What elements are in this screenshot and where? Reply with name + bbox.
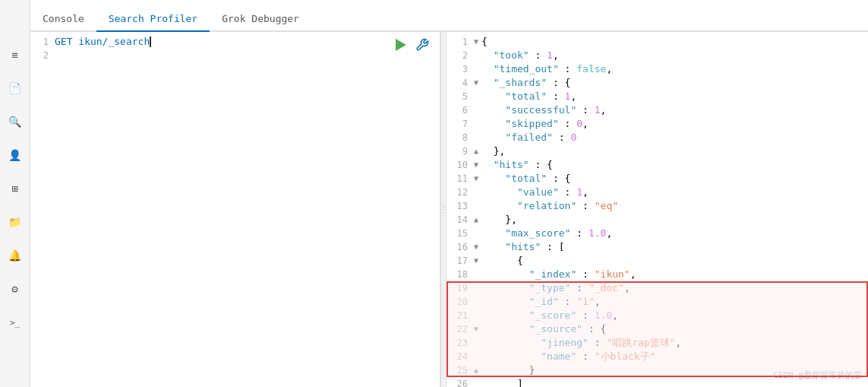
sidebar-bell-icon[interactable]: 🔔 xyxy=(6,246,24,265)
response-line-content: "skipped" : 0, xyxy=(481,117,868,131)
response-line: 10▼ "hits" : { xyxy=(447,158,868,172)
response-line-number: 15 xyxy=(447,227,471,240)
response-line-number: 25 xyxy=(447,363,471,377)
fold-indicator[interactable]: ▼ xyxy=(471,322,481,336)
resize-handle[interactable]: ⋮ xyxy=(440,32,447,387)
response-code: 1▼{2 "took" : 1,3 "timed_out" : false,4▼… xyxy=(447,32,868,387)
response-line-number: 2 xyxy=(447,49,471,62)
response-line-number: 4 xyxy=(447,76,471,90)
response-line-content: }, xyxy=(481,213,868,227)
response-line-content: }, xyxy=(481,144,868,158)
response-line: 23 "jineng" : "唱跳rap篮球", xyxy=(447,336,868,350)
tab-grok-debugger[interactable]: Grok Debugger xyxy=(210,7,311,32)
main-content: Console Search Profiler Grok Debugger 1 xyxy=(30,0,868,387)
response-line: 19 "_type" : "_doc", xyxy=(447,281,868,295)
response-line-number: 8 xyxy=(447,131,471,144)
response-line: 20 "_id" : "1", xyxy=(447,295,868,309)
response-line: 16▼ "hits" : [ xyxy=(447,240,868,254)
line-num-2: 2 xyxy=(30,49,55,62)
text-cursor xyxy=(150,36,151,47)
sidebar-terminal-icon[interactable]: >_ xyxy=(6,313,24,331)
response-line-content: { xyxy=(481,35,868,49)
fold-indicator[interactable]: ▼ xyxy=(471,76,481,90)
response-line: 15 "max_score" : 1.0, xyxy=(447,227,868,240)
response-line-content: "hits" : [ xyxy=(481,240,868,254)
response-line: 13 "relation" : "eq" xyxy=(447,199,868,213)
run-button[interactable] xyxy=(394,37,408,52)
response-line-number: 23 xyxy=(447,336,471,350)
response-panel: 1▼{2 "took" : 1,3 "timed_out" : false,4▼… xyxy=(447,32,868,387)
response-line-number: 13 xyxy=(447,199,471,213)
response-line-number: 14 xyxy=(447,213,471,227)
response-line-number: 22 xyxy=(447,322,471,336)
response-line-number: 7 xyxy=(447,117,471,131)
response-line-content: "_id" : "1", xyxy=(481,295,868,309)
fold-indicator[interactable]: ▲ xyxy=(471,213,481,227)
response-line-number: 1 xyxy=(447,35,471,49)
response-line-content: "jineng" : "唱跳rap篮球", xyxy=(481,336,868,350)
fold-indicator[interactable]: ▲ xyxy=(471,144,481,158)
response-line-content: "_source" : { xyxy=(481,322,868,336)
response-line: 6 "successful" : 1, xyxy=(447,103,868,117)
response-line-number: 16 xyxy=(447,240,471,254)
fold-indicator[interactable]: ▼ xyxy=(471,35,481,49)
response-line-content: "total" : { xyxy=(481,172,868,186)
fold-indicator[interactable]: ▼ xyxy=(471,240,481,254)
response-line-number: 12 xyxy=(447,186,471,199)
query-panel: 1 GET ikun/_search 2 xyxy=(30,32,440,387)
fold-indicator[interactable]: ▼ xyxy=(471,254,481,268)
query-line-1: 1 GET ikun/_search xyxy=(30,35,440,49)
response-line-content: "hits" : { xyxy=(481,158,868,172)
tab-search-profiler[interactable]: Search Profiler xyxy=(96,7,210,32)
fold-indicator[interactable]: ▲ xyxy=(471,363,481,377)
response-line: 8 "failed" : 0 xyxy=(447,131,868,144)
response-line-content: "timed_out" : false, xyxy=(481,62,868,76)
response-line-number: 6 xyxy=(447,103,471,117)
response-line: 5 "total" : 1, xyxy=(447,90,868,103)
response-line: 11▼ "total" : { xyxy=(447,172,868,186)
fold-indicator[interactable]: ▼ xyxy=(471,158,481,172)
watermark: CSDN @爱穿背带裤的霖 xyxy=(773,370,862,381)
response-line-number: 10 xyxy=(447,158,471,172)
sidebar-person-icon[interactable]: 👤 xyxy=(6,146,24,164)
response-line: 17▼ { xyxy=(447,254,868,268)
response-line-content: "name" : "小black子" xyxy=(481,350,868,363)
response-line-content: "successful" : 1, xyxy=(481,103,868,117)
response-line-content: "_index" : "ikun", xyxy=(481,268,868,281)
response-line: 9▲ }, xyxy=(447,144,868,158)
sidebar-file-icon[interactable]: 📄 xyxy=(6,79,24,97)
sidebar-grid-icon[interactable]: ⊞ xyxy=(6,179,24,198)
query-toolbar xyxy=(394,36,431,53)
sidebar-search-icon[interactable]: 🔍 xyxy=(6,113,24,131)
code-editor[interactable]: 1 GET ikun/_search 2 xyxy=(30,32,440,387)
response-line: 2 "took" : 1, xyxy=(447,49,868,62)
response-line: 1▼{ xyxy=(447,35,868,49)
response-line-number: 3 xyxy=(447,62,471,76)
response-line-content: { xyxy=(481,254,868,268)
response-line-content: "_shards" : { xyxy=(481,76,868,90)
wrench-icon xyxy=(415,38,429,52)
sidebar-folder-icon[interactable]: 📁 xyxy=(6,213,24,231)
sidebar-menu-icon[interactable]: ≡ xyxy=(6,46,24,64)
response-line-number: 17 xyxy=(447,254,471,268)
response-line: 12 "value" : 1, xyxy=(447,186,868,199)
response-line-content: "total" : 1, xyxy=(481,90,868,103)
response-line: 14▲ }, xyxy=(447,213,868,227)
sidebar-gear-icon[interactable]: ⚙ xyxy=(6,280,24,298)
response-line-content: "failed" : 0 xyxy=(481,131,868,144)
response-line-content: "took" : 1, xyxy=(481,49,868,62)
line-content-1: GET ikun/_search xyxy=(55,35,440,49)
line-num-1: 1 xyxy=(30,35,55,49)
settings-button[interactable] xyxy=(414,36,431,53)
sidebar: ≡ 📄 🔍 👤 ⊞ 📁 🔔 ⚙ >_ xyxy=(0,0,30,387)
fold-indicator[interactable]: ▼ xyxy=(471,172,481,186)
response-line-content: "_score" : 1.0, xyxy=(481,309,868,322)
response-line: 22▼ "_source" : { xyxy=(447,322,868,336)
response-line-number: 20 xyxy=(447,295,471,309)
response-line-number: 18 xyxy=(447,268,471,281)
tab-console[interactable]: Console xyxy=(30,7,96,32)
response-line: 3 "timed_out" : false, xyxy=(447,62,868,76)
response-line-number: 19 xyxy=(447,281,471,295)
response-line: 21 "_score" : 1.0, xyxy=(447,309,868,322)
play-icon xyxy=(396,39,406,51)
